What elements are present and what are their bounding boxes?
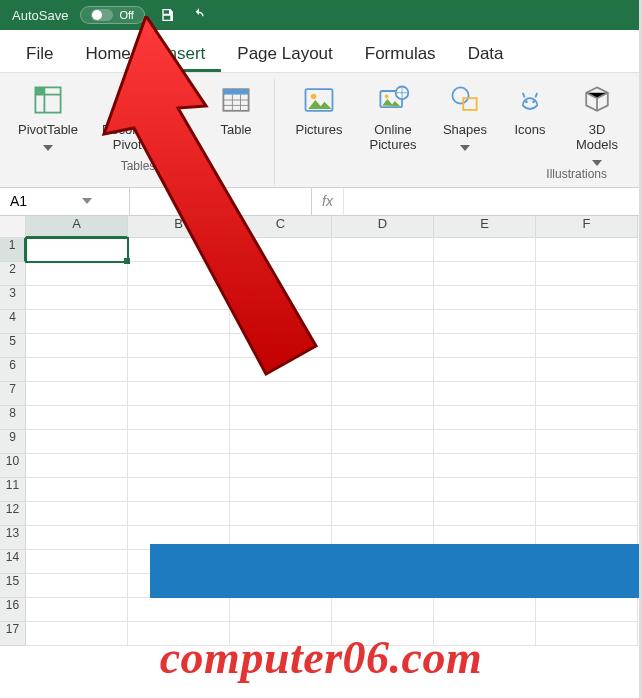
cell[interactable]	[128, 262, 230, 286]
cell[interactable]	[536, 502, 638, 526]
row-header[interactable]: 14	[0, 550, 26, 574]
cell[interactable]	[128, 406, 230, 430]
row-header[interactable]: 10	[0, 454, 26, 478]
cell[interactable]	[26, 430, 128, 454]
cell[interactable]	[536, 286, 638, 310]
cell[interactable]	[26, 526, 128, 550]
fx-icon[interactable]: fx	[312, 188, 344, 215]
cell[interactable]	[230, 454, 332, 478]
cell[interactable]	[128, 502, 230, 526]
row-header[interactable]: 8	[0, 406, 26, 430]
cell[interactable]	[230, 502, 332, 526]
button-icons[interactable]: Icons	[505, 79, 555, 138]
row-header[interactable]: 5	[0, 334, 26, 358]
row-header[interactable]: 3	[0, 286, 26, 310]
cell[interactable]	[230, 262, 332, 286]
cell[interactable]	[26, 286, 128, 310]
cell[interactable]	[536, 310, 638, 334]
cell[interactable]	[332, 358, 434, 382]
cell[interactable]	[536, 478, 638, 502]
cell[interactable]	[434, 454, 536, 478]
cell[interactable]	[332, 310, 434, 334]
cell[interactable]	[26, 358, 128, 382]
cell[interactable]	[26, 478, 128, 502]
cell[interactable]	[26, 502, 128, 526]
cell[interactable]	[434, 598, 536, 622]
select-all-corner[interactable]	[0, 216, 26, 238]
formula-input[interactable]	[344, 188, 642, 215]
cell[interactable]	[26, 334, 128, 358]
cell[interactable]	[434, 286, 536, 310]
cell[interactable]	[434, 310, 536, 334]
undo-icon[interactable]	[189, 5, 209, 25]
cell[interactable]	[536, 406, 638, 430]
cell[interactable]	[332, 478, 434, 502]
cell[interactable]	[128, 598, 230, 622]
name-box-dropdown[interactable]	[78, 192, 96, 210]
col-header-B[interactable]: B	[128, 216, 230, 238]
name-box[interactable]	[8, 192, 78, 210]
tab-insert[interactable]: Insert	[147, 40, 222, 72]
cell[interactable]	[230, 358, 332, 382]
row-header[interactable]: 13	[0, 526, 26, 550]
cell[interactable]	[434, 430, 536, 454]
row-header[interactable]: 6	[0, 358, 26, 382]
col-header-D[interactable]: D	[332, 216, 434, 238]
col-header-C[interactable]: C	[230, 216, 332, 238]
cell[interactable]	[26, 454, 128, 478]
cell[interactable]	[128, 622, 230, 646]
cell[interactable]	[230, 598, 332, 622]
cell[interactable]	[332, 430, 434, 454]
cell[interactable]	[536, 382, 638, 406]
cell[interactable]	[434, 382, 536, 406]
button-pictures[interactable]: Pictures	[289, 79, 349, 138]
col-header-A[interactable]: A	[26, 216, 128, 238]
row-header[interactable]: 11	[0, 478, 26, 502]
cell[interactable]	[434, 334, 536, 358]
cell[interactable]	[434, 358, 536, 382]
cell[interactable]	[434, 262, 536, 286]
row-header[interactable]: 9	[0, 430, 26, 454]
button-3d-models[interactable]: 3D Models	[567, 79, 627, 161]
cell[interactable]	[434, 622, 536, 646]
cell[interactable]	[26, 622, 128, 646]
row-header[interactable]: 1	[0, 238, 26, 262]
cell[interactable]	[434, 502, 536, 526]
button-table[interactable]: Table	[208, 79, 264, 138]
cell[interactable]	[128, 358, 230, 382]
cell[interactable]	[230, 478, 332, 502]
cell[interactable]	[26, 598, 128, 622]
cell[interactable]	[128, 334, 230, 358]
col-header-E[interactable]: E	[434, 216, 536, 238]
cell[interactable]	[26, 262, 128, 286]
cell[interactable]	[128, 382, 230, 406]
cell[interactable]	[230, 382, 332, 406]
cell[interactable]	[536, 430, 638, 454]
cell[interactable]	[536, 262, 638, 286]
tab-data[interactable]: Data	[452, 40, 520, 72]
cell[interactable]	[128, 430, 230, 454]
tab-home[interactable]: Home	[69, 40, 146, 72]
cell[interactable]	[230, 406, 332, 430]
cell[interactable]	[536, 334, 638, 358]
cell[interactable]	[26, 574, 128, 598]
tab-file[interactable]: File	[10, 40, 69, 72]
cell[interactable]	[434, 478, 536, 502]
cell[interactable]	[536, 598, 638, 622]
cell[interactable]	[26, 310, 128, 334]
button-shapes[interactable]: Shapes	[437, 79, 493, 146]
cell[interactable]	[230, 310, 332, 334]
cell[interactable]	[128, 478, 230, 502]
cell[interactable]	[128, 310, 230, 334]
cell[interactable]	[230, 334, 332, 358]
cell[interactable]	[434, 406, 536, 430]
col-header-F[interactable]: F	[536, 216, 638, 238]
cell[interactable]	[536, 358, 638, 382]
cell[interactable]	[536, 622, 638, 646]
row-header[interactable]: 17	[0, 622, 26, 646]
button-pivottable[interactable]: PivotTable	[12, 79, 84, 146]
row-header[interactable]: 2	[0, 262, 26, 286]
tab-page-layout[interactable]: Page Layout	[221, 40, 348, 72]
row-header[interactable]: 15	[0, 574, 26, 598]
cell[interactable]	[26, 382, 128, 406]
